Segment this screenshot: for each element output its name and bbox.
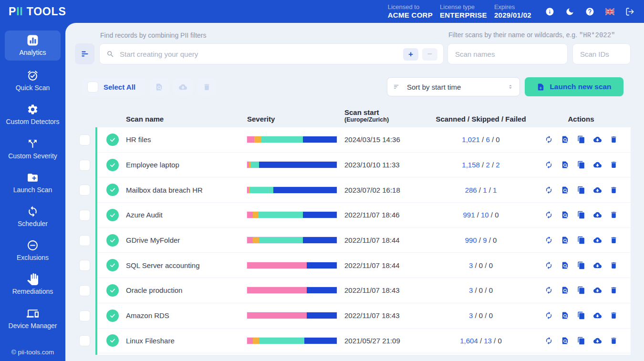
skipped-count[interactable]: 6 [486,135,489,144]
cloud-download-icon[interactable] [593,261,602,269]
rescan-icon[interactable] [545,236,553,244]
filter-toggle-button[interactable] [75,43,94,64]
cloud-download-icon[interactable] [593,135,602,144]
language-flag-icon[interactable] [605,7,614,16]
bulk-report-button[interactable] [150,77,169,96]
failed-count[interactable]: 1 [493,186,497,194]
scanned-count[interactable]: 286 [465,186,477,194]
rescan-icon[interactable] [545,135,553,144]
cloud-download-icon[interactable] [593,236,602,244]
cloud-download-icon[interactable] [593,211,602,219]
row-checkbox[interactable] [79,210,90,221]
trash-icon[interactable] [610,261,618,269]
rescan-icon[interactable] [545,261,553,269]
duplicate-icon[interactable] [577,286,585,294]
info-icon[interactable] [545,7,554,16]
report-icon[interactable] [561,337,569,345]
report-icon[interactable] [561,286,569,294]
row-checkbox[interactable] [79,160,90,171]
query-input[interactable]: Start creating your query + − [99,43,444,64]
select-all-button[interactable]: Select All [81,77,145,96]
cloud-download-icon[interactable] [593,311,602,320]
sidebar-item-custom-severity[interactable]: Custom Severity [5,135,61,163]
cloud-download-icon[interactable] [593,186,602,194]
duplicate-icon[interactable] [577,135,585,144]
scan-names-input[interactable]: Scan names [447,43,568,64]
duplicate-icon[interactable] [577,161,585,169]
sidebar-item-analytics[interactable]: Analytics [5,31,61,61]
sidebar-item-scheduler[interactable]: Scheduler [5,203,61,230]
skipped-count[interactable]: 2 [486,161,489,169]
duplicate-icon[interactable] [577,311,585,320]
scanned-count[interactable]: 1,021 [462,135,480,144]
report-icon[interactable] [561,161,569,169]
report-icon[interactable] [561,311,569,320]
rescan-icon[interactable] [545,161,553,169]
rescan-icon[interactable] [545,286,553,294]
row-checkbox[interactable] [79,185,90,196]
bulk-download-button[interactable] [174,77,193,96]
duplicate-icon[interactable] [577,211,585,219]
rescan-icon[interactable] [545,186,553,194]
sidebar-item-custom-detectors[interactable]: Custom Detectors [5,101,61,128]
bulk-delete-button[interactable] [197,77,217,96]
trash-icon[interactable] [610,236,618,244]
sidebar-item-quick-scan[interactable]: Quick Scan [5,67,61,94]
report-icon[interactable] [561,186,569,194]
row-checkbox[interactable] [79,310,90,321]
select-all-checkbox[interactable] [87,82,98,93]
failed-count[interactable]: 2 [496,161,499,169]
report-icon[interactable] [561,211,569,219]
duplicate-icon[interactable] [577,337,585,345]
row-checkbox[interactable] [79,235,90,246]
duplicate-icon[interactable] [577,186,585,194]
trash-icon[interactable] [610,186,618,194]
help-icon[interactable] [585,7,594,16]
trash-icon[interactable] [610,211,618,219]
scanned-count[interactable]: 1,604 [460,337,478,345]
sidebar-item-launch-scan[interactable]: Launch Scan [5,169,61,196]
skipped-count[interactable]: 10 [481,211,489,219]
scanned-count[interactable]: 1,158 [462,161,480,169]
sidebar-item-exclusions[interactable]: Exclusions [5,237,61,264]
cloud-download-icon[interactable] [593,161,602,169]
dark-mode-icon[interactable] [565,7,574,16]
sidebar-item-remediations[interactable]: Remediations [5,271,61,298]
skipped-count[interactable]: 1 [483,186,487,194]
copyright-link[interactable]: © pii-tools.com [0,349,65,356]
sidebar-item-label: Custom Detectors [6,117,59,126]
table-row: SQL Server accounting 2022/11/07 18:44 3… [97,253,631,278]
row-checkbox[interactable] [79,335,90,346]
report-icon[interactable] [561,236,569,244]
skipped-count[interactable]: 13 [484,337,492,345]
rescan-icon[interactable] [545,337,553,345]
row-checkbox[interactable] [79,285,90,296]
trash-icon[interactable] [610,286,618,294]
duplicate-icon[interactable] [577,236,585,244]
trash-icon[interactable] [610,311,618,320]
scan-start-time: 2022/11/07 18:43 [344,286,430,294]
logout-icon[interactable] [625,7,634,16]
scanned-count[interactable]: 991 [463,211,475,219]
scanned-count[interactable]: 990 [465,236,477,244]
trash-icon[interactable] [610,161,618,169]
row-checkbox[interactable] [79,134,90,145]
trash-icon[interactable] [610,135,618,144]
app-logo: PII TOOLS [9,5,66,18]
row-checkbox[interactable] [79,260,90,271]
rescan-icon[interactable] [545,311,553,320]
report-icon[interactable] [561,261,569,269]
sort-dropdown[interactable]: Sort by start time [387,77,520,96]
cloud-download-icon[interactable] [593,337,602,345]
skipped-count[interactable]: 9 [483,236,487,244]
scan-ids-input[interactable]: Scan IDs [572,43,631,64]
cloud-download-icon[interactable] [593,286,602,294]
report-icon[interactable] [561,135,569,144]
launch-new-scan-button[interactable]: Launch new scan [525,77,623,96]
trash-icon[interactable] [610,337,618,345]
add-filter-button[interactable]: + [403,48,418,61]
sidebar-item-device-manager[interactable]: Device Manager [5,305,61,332]
duplicate-icon[interactable] [577,261,585,269]
rescan-icon[interactable] [545,211,553,219]
remove-filter-button[interactable]: − [422,48,437,61]
